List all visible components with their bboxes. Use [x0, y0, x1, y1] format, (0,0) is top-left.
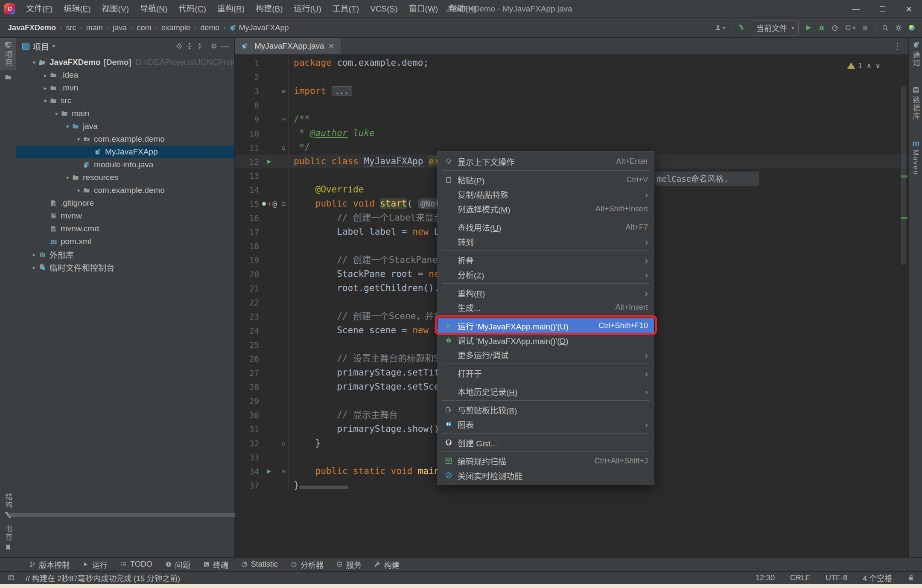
indent-setting[interactable]: 4 个空格: [863, 572, 892, 583]
context-menu-item[interactable]: 更多运行/调试›: [438, 347, 654, 362]
sidebar-item-notifications[interactable]: 通知: [909, 38, 922, 71]
toolwindow-button-gauge[interactable]: 分析器: [291, 559, 324, 570]
tree-row[interactable]: ▾resources: [16, 171, 234, 184]
caret-position[interactable]: 12:30: [756, 573, 775, 582]
layout-icon[interactable]: [8, 574, 15, 581]
locate-file-button[interactable]: [176, 43, 183, 49]
code-line[interactable]: 1package com.example.demo;: [235, 56, 908, 70]
tab-close-icon[interactable]: ✕: [328, 41, 335, 51]
fold-marker-icon[interactable]: ⊟: [279, 116, 288, 123]
build-hammer-button[interactable]: [738, 24, 745, 31]
overrides-gutter-icon[interactable]: O: [261, 201, 267, 207]
tree-row[interactable]: ▾com.example.demo: [16, 133, 234, 146]
context-menu-item[interactable]: 编码规约扫描Ctrl+Alt+Shift+J: [438, 454, 654, 468]
tree-chevron-icon[interactable]: ▾: [41, 98, 50, 104]
tree-row[interactable]: >mvnw: [16, 210, 234, 222]
next-problem-icon[interactable]: ∨: [875, 61, 880, 70]
stop-button[interactable]: [862, 24, 869, 31]
tree-row[interactable]: ▾JavaFXDemo[Demo]D:\IDEAProjects\JCNCPro…: [16, 56, 234, 69]
tree-row[interactable]: mvnw.cmd: [16, 222, 234, 235]
context-menu-item[interactable]: 折叠›: [438, 253, 654, 267]
tree-chevron-icon[interactable]: ▾: [63, 175, 72, 181]
toolwindow-button-todo[interactable]: TODO: [120, 560, 152, 569]
tree-chevron-icon[interactable]: ▾: [29, 59, 39, 66]
toolwindow-button-pie[interactable]: Statistic: [241, 560, 278, 569]
fold-marker-icon[interactable]: ⊞: [279, 468, 288, 475]
line-separator[interactable]: CRLF: [790, 573, 810, 582]
project-horizontal-scrollbar[interactable]: [9, 513, 248, 517]
inspection-widget[interactable]: 1 ∧ ∨: [847, 61, 880, 70]
breadcrumb-item[interactable]: JavaFXDemo: [8, 23, 56, 32]
prev-problem-icon[interactable]: ∧: [867, 61, 871, 70]
sidebar-item-project[interactable]: 项目: [0, 38, 16, 70]
sidebar-item-bookmarks[interactable]: 书签: [0, 522, 16, 554]
context-menu-item[interactable]: 复制/粘贴特殊›: [438, 187, 654, 201]
fold-marker-icon[interactable]: ⌂: [279, 144, 288, 151]
debug-button[interactable]: [818, 24, 825, 31]
code-line[interactable]: 9⊟/**: [235, 112, 908, 126]
context-menu-item[interactable]: 分析(Z)›: [438, 267, 654, 282]
tree-chevron-icon[interactable]: ▾: [52, 111, 61, 117]
close-button[interactable]: ✕: [896, 0, 922, 18]
tab-options-icon[interactable]: ⋮: [893, 38, 908, 54]
minimize-button[interactable]: —: [843, 0, 869, 18]
menu-u[interactable]: 运行(U): [288, 0, 327, 18]
menu-r[interactable]: 重构(R): [212, 0, 250, 18]
tree-row[interactable]: ▸.idea: [16, 69, 234, 82]
rerun-button[interactable]: ▾: [845, 24, 855, 31]
context-menu-item[interactable]: 粘贴(P)Ctrl+V: [438, 172, 654, 187]
tree-chevron-icon[interactable]: ▸: [29, 251, 39, 258]
user-account-button[interactable]: ▾: [715, 24, 725, 31]
breadcrumb-item[interactable]: java: [113, 23, 127, 32]
toolwindow-button-problems[interactable]: 问题: [165, 559, 190, 570]
menu-f[interactable]: 文件(F): [20, 0, 58, 18]
tree-chevron-icon[interactable]: ▸: [41, 72, 50, 79]
context-menu-item[interactable]: 生成...Alt+Insert: [438, 300, 654, 314]
profiler-button[interactable]: [832, 24, 838, 31]
expand-all-button[interactable]: [186, 43, 193, 49]
run-button[interactable]: [805, 24, 812, 31]
context-menu-item[interactable]: 本地历史记录(H)›: [438, 384, 654, 399]
menu-t[interactable]: 工具(T): [327, 0, 365, 18]
menu-vcss[interactable]: VCS(S): [365, 0, 403, 18]
menu-v[interactable]: 视图(V): [96, 0, 134, 18]
context-menu-item[interactable]: 转到›: [438, 234, 654, 249]
tree-row[interactable]: .gitignore: [16, 197, 234, 210]
ide-features-trainer-icon[interactable]: [908, 24, 915, 31]
menu-w[interactable]: 窗口(W): [403, 0, 444, 18]
maximize-button[interactable]: [869, 0, 896, 18]
chevron-down-icon[interactable]: ▾: [53, 43, 55, 49]
tree-row[interactable]: ▾java: [16, 120, 234, 133]
tree-chevron-icon[interactable]: ▾: [74, 136, 83, 143]
tree-row[interactable]: CMyJavaFXApp: [16, 146, 234, 158]
code-line[interactable]: 2: [235, 70, 908, 84]
sidebar-item-commit[interactable]: [0, 70, 16, 84]
tree-row[interactable]: ▾com.example.demo: [16, 184, 234, 197]
collapse-all-button[interactable]: [196, 43, 203, 49]
code-line[interactable]: 10 * @author luke: [235, 126, 908, 140]
context-menu-item[interactable]: 重构(R)›: [438, 285, 654, 300]
editor-horizontal-scrollbar[interactable]: [299, 486, 348, 489]
context-menu-item[interactable]: 查找用法(U)Alt+F7: [438, 220, 654, 234]
tree-row[interactable]: ▾src: [16, 94, 234, 107]
breadcrumb-item[interactable]: src: [66, 23, 76, 32]
sidebar-item-database[interactable]: 数据库: [909, 83, 922, 124]
unlock-icon[interactable]: [907, 574, 914, 581]
tree-row[interactable]: ▸.mvn: [16, 82, 234, 94]
toolwindow-button-terminal[interactable]: 终端: [203, 559, 228, 570]
breadcrumb-item[interactable]: example: [161, 23, 190, 32]
fold-marker-icon[interactable]: ⌂: [279, 440, 288, 447]
toolwindow-button-branch[interactable]: 版本控制: [29, 559, 70, 570]
tree-row[interactable]: mpom.xml: [16, 235, 234, 248]
run-gutter-icon[interactable]: [266, 469, 272, 474]
context-menu-item[interactable]: 图表›: [438, 417, 654, 431]
run-gutter-icon[interactable]: [266, 159, 272, 165]
menu-e[interactable]: 编辑(E): [58, 0, 96, 18]
context-menu-item[interactable]: 创建 Gist...: [438, 435, 654, 450]
breadcrumb-item[interactable]: com: [137, 23, 151, 32]
breadcrumb-item[interactable]: main: [86, 23, 103, 32]
breadcrumb-item[interactable]: CMyJavaFXApp: [230, 23, 289, 32]
tree-chevron-icon[interactable]: ▸: [41, 85, 50, 91]
file-encoding[interactable]: UTF-8: [826, 573, 847, 582]
breadcrumb-item[interactable]: demo: [200, 23, 219, 32]
